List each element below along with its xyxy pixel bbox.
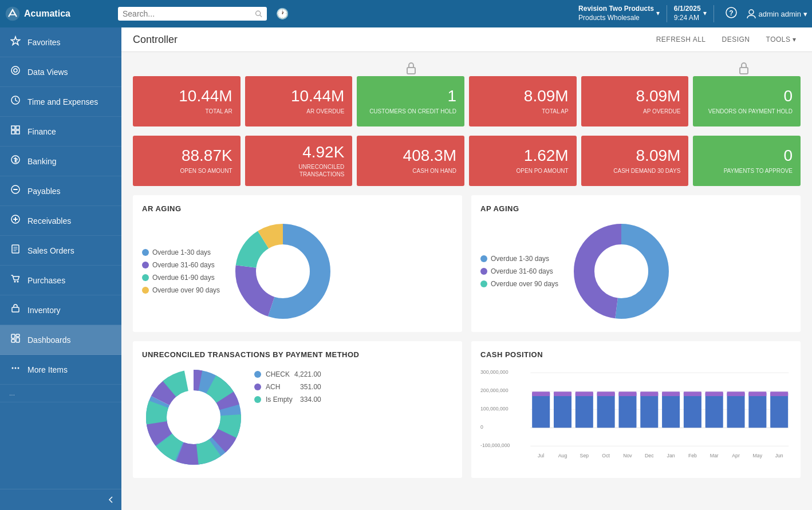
svg-rect-73 — [684, 392, 701, 396]
company-selector[interactable]: Revision Two Products Products Wholesale… — [578, 5, 660, 22]
help-button[interactable]: ? — [721, 5, 742, 23]
legend-label: Overdue over 90 days — [491, 280, 558, 288]
sidebar: FavoritesData ViewsTime and ExpensesFina… — [0, 27, 121, 510]
kpi-label-unreconciled-transactions: UNRECONCILED TRANSACTIONS — [253, 163, 345, 178]
ar-aging-title: AR AGING — [142, 204, 453, 213]
sidebar-item-sales-orders[interactable]: Sales Orders — [0, 236, 121, 266]
svg-point-5 — [749, 10, 754, 14]
svg-rect-21 — [16, 334, 19, 337]
kpi-tile-payments-to-approve[interactable]: 0PAYMENTS TO APPROVE — [693, 136, 801, 186]
sidebar-item-dashboards[interactable]: Dashboards — [0, 325, 121, 355]
tools-chevron-icon: ▾ — [793, 35, 797, 44]
date-chevron-icon: ▾ — [703, 9, 707, 18]
kpi-tile-open-po-amount[interactable]: 1.62MOPEN PO AMOUNT — [469, 136, 577, 186]
svg-text:May: May — [753, 453, 763, 458]
cash-position-title: CASH POSITION — [480, 350, 791, 359]
user-menu[interactable]: admin admin ▾ — [746, 9, 807, 19]
svg-rect-66 — [532, 392, 550, 396]
svg-text:Jul: Jul — [538, 453, 544, 458]
body-wrap: FavoritesData ViewsTime and ExpensesFina… — [0, 27, 812, 510]
svg-rect-60 — [662, 393, 680, 428]
kpi-tile-total-ar[interactable]: 10.44MTOTAL AR — [133, 76, 241, 126]
sidebar-item-dots[interactable]: ... — [0, 385, 121, 402]
legend-dot — [142, 287, 149, 294]
history-button[interactable]: 🕐 — [271, 5, 293, 22]
page-header: Controller REFRESH ALL DESIGN TOOLS ▾ — [121, 27, 812, 52]
svg-text:200,000,000: 200,000,000 — [480, 388, 509, 393]
bottom-charts-row: UNRECONCILED TRANSACTIONS BY PAYMENT MET… — [133, 341, 801, 478]
svg-rect-74 — [705, 392, 723, 396]
legend-dot — [254, 396, 261, 403]
sidebar-item-label-banking: Banking — [27, 157, 57, 166]
sidebar-item-payables[interactable]: Payables — [0, 176, 121, 206]
svg-text:0: 0 — [480, 424, 483, 430]
svg-rect-63 — [727, 393, 745, 428]
kpi-tile-cash-demand-30[interactable]: 8.09MCASH DEMAND 30 DAYS — [581, 136, 689, 186]
legend-dot — [254, 371, 261, 378]
kpi-value-ar-overdue: 10.44M — [291, 88, 344, 105]
sidebar-item-inventory[interactable]: Inventory — [0, 295, 121, 325]
search-box[interactable] — [118, 7, 267, 21]
svg-rect-57 — [597, 393, 615, 428]
search-icon — [255, 10, 262, 18]
sidebar-item-more-items[interactable]: More Items — [0, 355, 121, 385]
svg-line-2 — [260, 15, 262, 17]
payables-icon — [9, 184, 22, 197]
svg-point-17 — [14, 281, 16, 283]
sidebar-item-banking[interactable]: Banking — [0, 147, 121, 176]
sidebar-item-favorites[interactable]: Favorites — [0, 27, 121, 57]
sidebar-item-purchases[interactable]: Purchases — [0, 266, 121, 295]
svg-text:Feb: Feb — [688, 453, 697, 458]
sidebar-item-receivables[interactable]: Receivables — [0, 206, 121, 236]
svg-text:Sep: Sep — [580, 453, 589, 458]
legend-label: Overdue 61-90 days — [152, 274, 215, 282]
tools-button[interactable]: TOOLS ▾ — [762, 33, 801, 46]
kpi-tile-ar-overdue[interactable]: 10.44MAR OVERDUE — [245, 76, 353, 126]
svg-text:Mar: Mar — [710, 453, 719, 458]
svg-point-7 — [14, 69, 17, 72]
sidebar-item-data-views[interactable]: Data Views — [0, 57, 121, 87]
date-selector[interactable]: 6/1/2025 9:24 AM ▾ — [674, 5, 707, 22]
cash-position-chart: 300,000,000 200,000,000 100,000,000 0 -1… — [480, 366, 791, 463]
dashboards-icon — [9, 333, 22, 346]
legend-value: 351.00 — [300, 383, 321, 391]
svg-text:Apr: Apr — [732, 453, 740, 458]
content-area: 10.44MTOTAL AR10.44MAR OVERDUE1CUSTOMERS… — [121, 52, 812, 510]
app-logo[interactable]: Acumatica — [5, 6, 113, 22]
svg-rect-72 — [662, 392, 680, 396]
svg-rect-65 — [770, 393, 788, 428]
sidebar-item-time-expenses[interactable]: Time and Expenses — [0, 87, 121, 117]
legend-dot — [480, 268, 487, 275]
page-actions: REFRESH ALL DESIGN TOOLS ▾ — [652, 33, 801, 46]
svg-rect-58 — [618, 393, 636, 428]
search-input[interactable] — [123, 9, 251, 18]
charts-row: AR AGING Overdue 1-30 daysOverdue 31-60 … — [133, 195, 801, 332]
legend-label: Overdue 1-30 days — [152, 248, 211, 256]
svg-text:?: ? — [729, 9, 733, 17]
refresh-all-button[interactable]: REFRESH ALL — [652, 33, 711, 46]
kpi-value-total-ar: 10.44M — [179, 88, 232, 105]
sidebar-item-label-purchases: Purchases — [27, 276, 65, 285]
legend-item: Overdue 1-30 days — [480, 255, 558, 263]
inventory-icon — [9, 303, 22, 317]
svg-point-43 — [168, 392, 219, 443]
svg-point-25 — [15, 367, 17, 369]
kpi-tile-open-so-amount[interactable]: 88.87KOPEN SO AMOUNT — [133, 136, 241, 186]
kpi-tile-customers-credit-hold[interactable]: 1CUSTOMERS ON CREDIT HOLD — [357, 76, 464, 126]
sidebar-item-label-favorites: Favorites — [27, 38, 61, 47]
kpi-label-ar-overdue: AR OVERDUE — [306, 108, 344, 115]
kpi-tile-total-ap[interactable]: 8.09MTOTAL AP — [469, 76, 577, 126]
kpi-tile-vendors-payment-hold[interactable]: 0VENDORS ON PAYMENT HOLD — [693, 76, 801, 126]
legend-dot — [480, 255, 487, 262]
kpi-tile-cash-on-hand[interactable]: 408.3MCASH ON HAND — [357, 136, 464, 186]
unrecon-legend-item: ACH351.00 — [254, 383, 321, 391]
legend-dot — [142, 262, 149, 268]
kpi-tile-unreconciled-transactions[interactable]: 4.92KUNRECONCILED TRANSACTIONS — [245, 136, 353, 186]
sales-orders-icon — [9, 244, 22, 257]
chevron-left-icon — [107, 495, 116, 504]
kpi-tile-ap-overdue[interactable]: 8.09MAP OVERDUE — [581, 76, 689, 126]
legend-label: Overdue over 90 days — [152, 286, 220, 294]
sidebar-collapse-button[interactable] — [0, 489, 121, 510]
sidebar-item-finance[interactable]: Finance — [0, 117, 121, 147]
design-button[interactable]: DESIGN — [718, 33, 755, 46]
